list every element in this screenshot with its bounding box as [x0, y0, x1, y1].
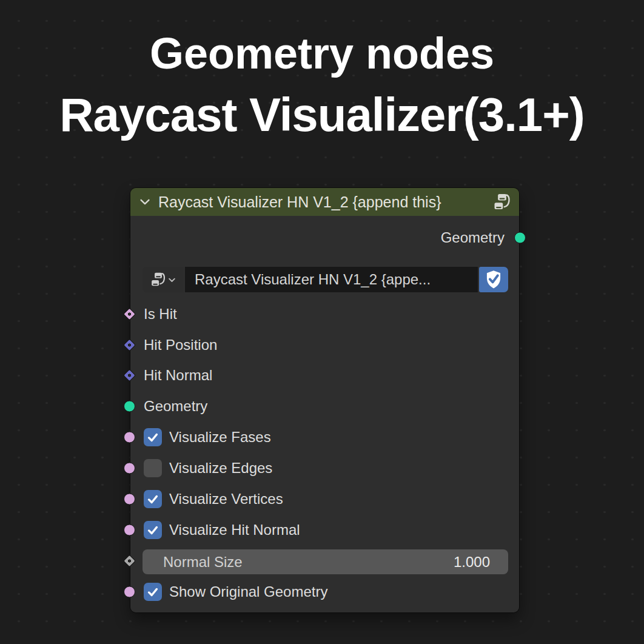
- input-row-geometry: Geometry: [130, 395, 519, 417]
- check-icon: [146, 492, 159, 506]
- node-title: Raycast Visualizer HN V1_2 {append this}: [158, 193, 486, 211]
- input-label: Visualize Edges: [169, 460, 272, 477]
- node-header[interactable]: Raycast Visualizer HN V1_2 {append this}: [130, 188, 519, 216]
- input-label: Geometry: [144, 398, 207, 415]
- node-group-icon: [493, 193, 511, 211]
- socket-hit-position[interactable]: [123, 338, 136, 351]
- input-label: Visualize Fases: [169, 429, 271, 446]
- check-icon: [146, 431, 159, 444]
- shield-check-icon: [485, 270, 503, 289]
- socket-visualize-edges[interactable]: [124, 463, 135, 474]
- node-body: Geometry Raycast Visualizer HN V1_2 {app…: [130, 216, 519, 612]
- normal-size-slider[interactable]: Normal Size 1.000: [143, 549, 508, 574]
- socket-show-original-geometry[interactable]: [124, 586, 135, 597]
- node-group-selector: Raycast Visualizer HN V1_2 {appe...: [143, 267, 508, 292]
- slider-label: Normal Size: [163, 554, 243, 571]
- title-line-2: Raycast Visualizer(3.1+): [0, 91, 644, 138]
- input-row-hit-normal: Hit Normal: [130, 364, 519, 386]
- output-label: Geometry: [441, 229, 505, 246]
- checkbox-visualize-vertices[interactable]: [144, 490, 162, 508]
- input-row-show-original-geometry: Show Original Geometry: [130, 581, 519, 603]
- socket-geometry-output[interactable]: [514, 232, 526, 243]
- socket-visualize-hit-normal[interactable]: [124, 524, 135, 535]
- node-group-browse-button[interactable]: [143, 267, 184, 292]
- checkbox-show-original-geometry[interactable]: [144, 583, 162, 601]
- input-label: Hit Normal: [144, 367, 212, 384]
- checkbox-visualize-edges[interactable]: [144, 459, 162, 477]
- input-label: Is Hit: [144, 306, 177, 323]
- fake-user-shield-button[interactable]: [479, 267, 508, 292]
- input-row-is-hit: Is Hit: [130, 303, 519, 325]
- input-row-visualize-hit-normal: Visualize Hit Normal: [130, 519, 519, 541]
- input-label: Visualize Vertices: [169, 491, 283, 508]
- input-row-visualize-edges: Visualize Edges: [130, 457, 519, 479]
- output-row-geometry: Geometry: [130, 227, 519, 249]
- page-title: Geometry nodes Raycast Visualizer(3.1+): [0, 32, 644, 138]
- title-line-1: Geometry nodes: [0, 32, 644, 75]
- input-label: Show Original Geometry: [169, 583, 327, 600]
- input-row-visualize-vertices: Visualize Vertices: [130, 488, 519, 510]
- check-icon: [146, 523, 159, 537]
- node-group-icon: [150, 272, 166, 287]
- socket-hit-normal[interactable]: [123, 369, 136, 381]
- socket-is-hit[interactable]: [123, 307, 136, 320]
- node-raycast-visualizer[interactable]: Raycast Visualizer HN V1_2 {append this}…: [130, 188, 519, 612]
- input-label: Visualize Hit Normal: [169, 522, 300, 538]
- socket-visualize-fases[interactable]: [124, 432, 135, 443]
- socket-geometry-input[interactable]: [124, 401, 135, 412]
- chevron-down-icon: [167, 275, 176, 284]
- socket-visualize-vertices[interactable]: [124, 494, 135, 505]
- check-icon: [146, 585, 159, 599]
- input-row-normal-size: Normal Size 1.000: [130, 548, 519, 573]
- checkbox-visualize-hit-normal[interactable]: [144, 521, 162, 539]
- node-group-name-field[interactable]: Raycast Visualizer HN V1_2 {appe...: [185, 267, 478, 292]
- input-row-visualize-fases: Visualize Fases: [130, 426, 519, 448]
- input-label: Hit Position: [144, 337, 217, 354]
- input-row-hit-position: Hit Position: [130, 334, 519, 356]
- chevron-down-icon[interactable]: [138, 195, 152, 209]
- socket-normal-size[interactable]: [123, 554, 136, 567]
- checkbox-visualize-fases[interactable]: [144, 428, 162, 446]
- slider-value: 1.000: [454, 554, 490, 571]
- node-editor-canvas: Geometry nodes Raycast Visualizer(3.1+) …: [0, 0, 644, 644]
